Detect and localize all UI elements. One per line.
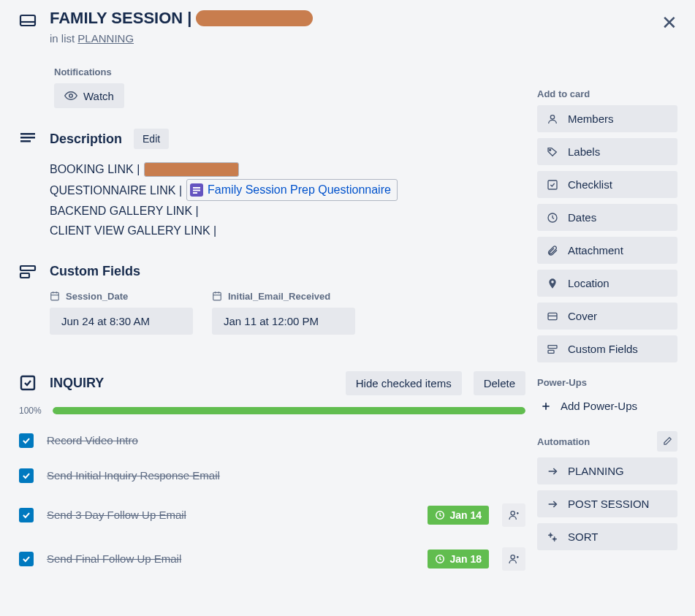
card-icon (18, 9, 38, 29)
sidebar-checklist-button[interactable]: Checklist (537, 171, 677, 198)
cf-label-0: Session_Date (66, 291, 128, 302)
sidebar-custom-fields-button[interactable]: Custom Fields (537, 335, 677, 362)
checklist-header: INQUIRY Hide checked items Delete (18, 371, 525, 395)
checklist-progress: 100% (18, 406, 525, 416)
svg-rect-7 (193, 190, 200, 191)
checklist-item[interactable]: Record Video Intro (18, 429, 525, 452)
delete-checklist-button[interactable]: Delete (474, 371, 525, 395)
sidebar-location-button[interactable]: Location (537, 270, 677, 297)
svg-point-28 (550, 115, 554, 118)
desc-client-label: CLIENT VIEW GALLERY LINK | (50, 221, 216, 240)
card-title[interactable]: FAMILY SESSION | (50, 9, 525, 28)
progress-percent: 100% (19, 406, 45, 416)
cover-icon (546, 311, 559, 322)
checklist-icon (546, 179, 559, 191)
svg-rect-4 (20, 137, 35, 139)
sidebar-attachment-button[interactable]: Attachment (537, 237, 677, 264)
svg-point-40 (549, 533, 552, 536)
checklist-title[interactable]: INQUIRY (50, 376, 334, 391)
checklist-item[interactable]: Send Final Follow Up Email Jan 18 (18, 543, 525, 575)
card-header: FAMILY SESSION | in list PLANNING (18, 9, 525, 45)
checklist-item[interactable]: Send Initial Inquiry Response Email (18, 464, 525, 487)
arrow-right-icon (546, 498, 559, 510)
description-title: Description (50, 132, 122, 147)
powerups-title: Power-Ups (537, 377, 677, 388)
svg-rect-10 (20, 273, 29, 278)
assign-member-button[interactable] (502, 503, 525, 527)
hide-checked-button[interactable]: Hide checked items (346, 371, 462, 395)
checklist-item[interactable]: Send 3 Day Follow Up Email Jan 14 (18, 499, 525, 531)
sidebar-label: Custom Fields (568, 343, 638, 355)
card-title-redacted (196, 10, 313, 26)
checklist-due-badge[interactable]: Jan 18 (428, 550, 489, 569)
add-powerups-button[interactable]: Add Power-Ups (537, 394, 677, 418)
list-link[interactable]: PLANNING (77, 32, 134, 45)
due-text: Jan 18 (449, 553, 482, 565)
automation-sort-button[interactable]: SORT (537, 523, 677, 550)
sidebar-label: Dates (568, 211, 596, 224)
progress-bar (53, 407, 525, 414)
svg-point-29 (550, 149, 551, 151)
automation-label: POST SESSION (568, 498, 649, 510)
close-button[interactable]: ✕ (661, 13, 677, 32)
sidebar-label: Members (568, 113, 614, 125)
edit-automation-button[interactable] (657, 431, 677, 452)
checklist-item-text: Send Initial Inquiry Response Email (47, 469, 525, 482)
svg-rect-35 (548, 350, 554, 353)
svg-rect-3 (20, 133, 35, 135)
checkbox[interactable] (19, 552, 34, 566)
svg-point-21 (511, 511, 514, 514)
svg-point-25 (511, 555, 514, 558)
checkbox[interactable] (19, 468, 34, 483)
svg-rect-5 (20, 140, 31, 142)
checklist-item-text: Send Final Follow Up Email (47, 552, 414, 565)
watch-button[interactable]: Watch (54, 83, 124, 108)
sidebar-labels-button[interactable]: Labels (537, 138, 677, 165)
custom-fields-icon (546, 343, 559, 355)
checkbox[interactable] (19, 433, 34, 448)
labels-icon (546, 146, 559, 158)
sidebar-dates-button[interactable]: Dates (537, 204, 677, 231)
custom-fields-header: Custom Fields (18, 263, 525, 281)
cf-value-1[interactable]: Jan 11 at 12:00 PM (212, 308, 355, 335)
notifications-section: Notifications Watch (18, 66, 525, 108)
description-header: Description Edit (18, 129, 525, 149)
svg-rect-15 (213, 292, 221, 300)
sidebar-label: Checklist (568, 178, 612, 191)
gears-icon (546, 531, 559, 543)
custom-fields-icon (18, 263, 38, 281)
custom-field-session-date: Session_Date Jun 24 at 8:30 AM (50, 291, 193, 335)
checklist-icon (18, 374, 38, 392)
cf-value-0[interactable]: Jun 24 at 8:30 AM (50, 308, 193, 335)
automation-title: Automation (537, 436, 590, 447)
checklist-due-badge[interactable]: Jan 14 (428, 506, 489, 525)
description-body[interactable]: BOOKING LINK | QUESTIONNAIRE LINK | Fami… (18, 159, 525, 241)
checklist-item-text: Record Video Intro (47, 434, 525, 446)
sidebar-cover-button[interactable]: Cover (537, 303, 677, 330)
automation-post-session-button[interactable]: POST SESSION (537, 490, 677, 517)
checkbox[interactable] (19, 508, 34, 522)
plus-icon (540, 400, 552, 412)
watch-label: Watch (83, 90, 114, 102)
dates-icon (546, 212, 559, 224)
questionnaire-link-text[interactable]: Family Session Prep Questionnaire (208, 180, 391, 200)
arrow-right-icon (546, 465, 559, 477)
desc-backend-label: BACKEND GALLERY LINK | (50, 201, 199, 221)
svg-rect-6 (193, 187, 200, 189)
automation-planning-button[interactable]: PLANNING (537, 457, 677, 484)
assign-member-button[interactable] (502, 547, 525, 571)
desc-booking-redacted (144, 162, 239, 177)
questionnaire-chip[interactable]: Family Session Prep Questionnaire (186, 179, 398, 201)
svg-rect-30 (548, 180, 557, 189)
add-powerups-label: Add Power-Ups (561, 400, 637, 412)
in-list-prefix: in list (50, 32, 75, 45)
due-text: Jan 14 (449, 509, 482, 521)
svg-rect-9 (20, 266, 35, 270)
custom-fields-title: Custom Fields (50, 264, 140, 279)
attachment-icon (546, 245, 559, 256)
description-icon (18, 130, 38, 148)
progress-fill (53, 407, 525, 414)
sidebar-members-button[interactable]: Members (537, 105, 677, 132)
edit-description-button[interactable]: Edit (134, 129, 169, 149)
members-icon (546, 113, 559, 125)
